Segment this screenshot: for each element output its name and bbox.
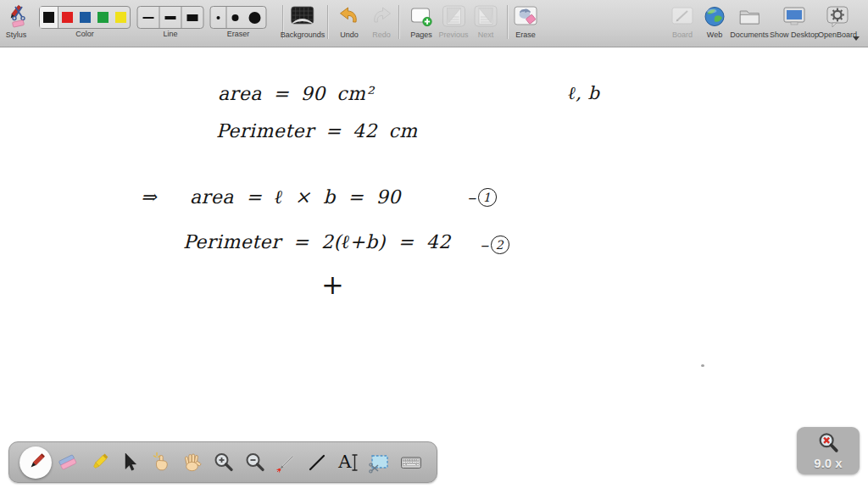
- zoom-out-icon: [243, 451, 267, 474]
- virtual-keyboard-tool-button[interactable]: [396, 446, 426, 480]
- chevron-down-icon[interactable]: [853, 36, 860, 41]
- zoom-reset-widget[interactable]: 9.0 x: [797, 427, 860, 474]
- handwriting-perimeter-value: Perimeter = 42 cm: [216, 122, 418, 141]
- next-page-button: Next: [473, 3, 498, 39]
- color-swatch-yellow[interactable]: [112, 7, 130, 28]
- handwriting-equation-1: area = ℓ × b = 90: [190, 188, 401, 207]
- color-swatches: [39, 6, 131, 29]
- green-swatch-icon: [97, 12, 108, 23]
- text-tool-button[interactable]: A: [333, 446, 364, 480]
- undo-icon: [337, 3, 361, 30]
- backgrounds-label: Backgrounds: [281, 30, 326, 39]
- eraser-medium-button[interactable]: [227, 7, 244, 28]
- redo-button: Redo: [370, 3, 393, 39]
- documents-label: Documents: [730, 30, 769, 39]
- eraser-small-button[interactable]: [211, 7, 227, 28]
- magnifier-x-icon: [816, 431, 840, 455]
- web-mode-button[interactable]: Web: [704, 3, 726, 39]
- board-mode-button: Board: [670, 3, 694, 39]
- new-page-icon: [409, 3, 433, 30]
- eraser-size-buttons: [210, 6, 267, 29]
- globe-icon: [704, 3, 726, 30]
- color-swatch-black[interactable]: [40, 7, 58, 28]
- open-hand-icon: [181, 451, 204, 474]
- circled-number-1: 1: [478, 188, 497, 207]
- erase-button[interactable]: Erase: [512, 3, 539, 39]
- pages-button[interactable]: Pages: [409, 3, 433, 39]
- top-toolbar: Stylus Color: [0, 0, 868, 47]
- toolbar-separator: [507, 5, 509, 39]
- zoom-in-tool-button[interactable]: [209, 446, 239, 480]
- capture-area-icon: [368, 451, 392, 474]
- dash: –: [467, 189, 476, 206]
- next-page-icon: [473, 3, 498, 30]
- show-desktop-button[interactable]: Show Desktop: [770, 3, 819, 39]
- eraser-size-group: Eraser: [210, 3, 267, 38]
- backgrounds-button[interactable]: Backgrounds: [281, 3, 326, 39]
- previous-page-button: Previous: [438, 3, 468, 39]
- small-dot-icon: [217, 16, 220, 19]
- color-swatch-green[interactable]: [94, 7, 112, 28]
- keyboard-icon: [399, 451, 423, 474]
- highlighter-tool-button[interactable]: [84, 446, 114, 480]
- cursor-arrow-icon: [118, 451, 142, 474]
- toolbar-separator: [398, 5, 400, 39]
- equation-1-reference: – 1: [467, 188, 497, 207]
- text-tool-a-glyph: A: [338, 453, 351, 471]
- line-width-buttons: [137, 6, 204, 29]
- color-swatch-blue[interactable]: [76, 7, 94, 28]
- handwriting-equation-2: Perimeter = 2(ℓ+b) = 42: [183, 233, 451, 252]
- handwriting-area-value: area = 90 cm²: [218, 85, 374, 103]
- monitor-icon: [782, 3, 807, 30]
- line-tool-button[interactable]: [302, 446, 332, 480]
- play-interact-tool-button[interactable]: [146, 446, 176, 480]
- line-width-group: Line: [137, 3, 204, 38]
- line-thick-button[interactable]: [182, 7, 203, 28]
- eraser-large-button[interactable]: [244, 7, 266, 28]
- pen-icon: [24, 451, 47, 474]
- large-dot-icon: [249, 12, 261, 24]
- zoom-in-icon: [212, 451, 236, 474]
- board-icon: [670, 3, 694, 30]
- pen-tool-button[interactable]: [19, 446, 52, 479]
- highlighter-icon: [87, 451, 111, 474]
- laser-pointer-tool-button[interactable]: [271, 446, 302, 480]
- line-thin-button[interactable]: [138, 7, 160, 28]
- backgrounds-icon: [290, 3, 315, 30]
- capture-tool-button[interactable]: [364, 446, 395, 480]
- openboard-menu-button[interactable]: OpenBoard: [818, 3, 857, 39]
- pointing-hand-icon: [149, 451, 173, 474]
- color-swatch-red[interactable]: [58, 7, 76, 28]
- stylus-toolbar: A: [8, 441, 437, 483]
- text-cursor-icon: [351, 452, 359, 473]
- handwriting-plus-sign: +: [321, 271, 344, 298]
- yellow-swatch-icon: [115, 12, 126, 23]
- ink-speck: [701, 364, 704, 367]
- pan-hand-tool-button[interactable]: [177, 446, 208, 480]
- redo-label: Redo: [372, 30, 391, 39]
- erase-label: Erase: [515, 30, 536, 39]
- handwriting-implies-arrow: ⇒: [141, 188, 157, 207]
- eraser-tool-button[interactable]: [53, 446, 83, 480]
- undo-button[interactable]: Undo: [337, 3, 361, 39]
- line-medium-button[interactable]: [160, 7, 182, 28]
- medium-line-icon: [165, 16, 176, 19]
- thick-line-icon: [187, 14, 198, 21]
- blue-swatch-icon: [80, 12, 91, 23]
- stylus-button[interactable]: Stylus: [3, 3, 30, 39]
- zoom-level-value: 9.0 x: [814, 456, 842, 470]
- selector-tool-button[interactable]: [114, 446, 145, 480]
- show-desktop-label: Show Desktop: [770, 30, 819, 39]
- line-icon: [305, 451, 329, 474]
- erase-hand-icon: [512, 3, 539, 30]
- previous-label: Previous: [438, 30, 468, 39]
- circled-number-2: 2: [491, 236, 509, 254]
- medium-dot-icon: [232, 14, 239, 21]
- red-swatch-icon: [62, 12, 73, 23]
- whiteboard-canvas[interactable]: area = 90 cm² Perimeter = 42 cm ℓ, b ⇒ a…: [0, 47, 868, 488]
- documents-mode-button[interactable]: Documents: [730, 3, 769, 39]
- previous-page-icon: [441, 3, 466, 30]
- gear-bubble-icon: [825, 3, 850, 30]
- handwriting-variables: ℓ, b: [568, 85, 600, 103]
- zoom-out-tool-button[interactable]: [240, 446, 270, 480]
